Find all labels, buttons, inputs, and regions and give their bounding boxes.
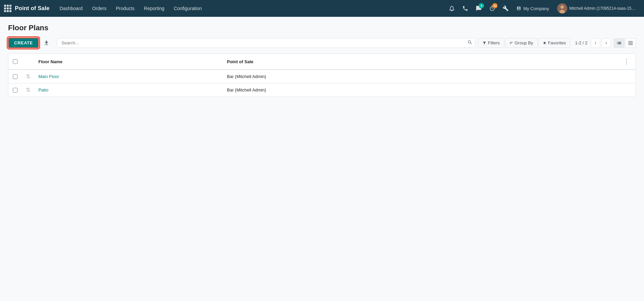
search-icon (467, 40, 473, 45)
action-bar: CREATE (8, 38, 636, 48)
row-1-checkbox[interactable] (13, 74, 18, 79)
chevron-right-icon (604, 41, 609, 45)
company-selector[interactable]: My Company (513, 6, 552, 11)
activity-icon-btn[interactable] (446, 2, 458, 14)
row-1-checkbox-cell (8, 70, 22, 83)
row-1-drag[interactable]: ⇅ (22, 70, 34, 83)
grid-view-button[interactable] (625, 38, 636, 48)
prev-page-button[interactable] (591, 38, 600, 48)
group-by-label: Group By (515, 40, 533, 45)
row-2-floor-name: Patio (34, 83, 223, 97)
search-wrapper (57, 38, 475, 48)
row-2-checkbox-cell (8, 83, 22, 97)
create-button[interactable]: CREATE (8, 38, 39, 48)
list-view-icon (616, 40, 622, 46)
select-all-header (8, 54, 22, 70)
company-name: My Company (523, 6, 549, 11)
table-row: ⇅ Patio Bar (Mitchell Admin) (8, 83, 636, 97)
table: Floor Name Point of Sale ⋮ ⇅ (8, 54, 636, 97)
navbar-brand[interactable]: Point of Sale (4, 5, 49, 12)
grid-view-icon (628, 40, 633, 46)
star-icon: ★ (543, 40, 547, 45)
favorites-button[interactable]: ★ Favorites (538, 38, 570, 48)
pagination-section: 1-2 / 2 (573, 38, 611, 48)
row-2-checkbox[interactable] (13, 88, 18, 92)
list-view-button[interactable] (614, 38, 624, 48)
user-name: Mitchell Admin (17095214-saas-15-1-all) (569, 6, 637, 11)
page-header: Floor Plans (8, 24, 636, 32)
top-right-section: Filters Group By ★ Favorites 1-2 / 2 (57, 38, 636, 48)
row-1-pos: Bar (Mitchell Admin) (223, 70, 617, 83)
nav-icons: 5 31 My Company (446, 2, 640, 14)
nav-item-dashboard[interactable]: Dashboard (55, 0, 88, 17)
row-2-drag[interactable]: ⇅ (22, 83, 34, 97)
download-button[interactable] (41, 39, 52, 47)
row-2-actions (617, 83, 636, 97)
nav-item-configuration[interactable]: Configuration (169, 0, 206, 17)
chat-badge: 5 (479, 3, 484, 8)
filter-actions: Filters Group By ★ Favorites (478, 38, 570, 48)
search-button[interactable] (467, 40, 473, 46)
column-options-button[interactable]: ⋮ (621, 57, 632, 66)
chevron-left-icon (593, 41, 598, 45)
floor-name-link[interactable]: Patio (38, 87, 48, 92)
nav-item-reporting[interactable]: Reporting (139, 0, 169, 17)
nav-item-products[interactable]: Products (111, 0, 139, 17)
filters-label: Filters (488, 40, 500, 45)
main-content: Floor Plans CREATE (0, 17, 644, 104)
user-menu[interactable]: Mitchell Admin (17095214-saas-15-1-all) (554, 3, 640, 13)
filter-icon (482, 41, 486, 45)
nav-menu: Dashboard Orders Products Reporting Conf… (55, 0, 446, 17)
apps-grid-icon[interactable] (4, 5, 11, 12)
nav-item-orders[interactable]: Orders (87, 0, 111, 17)
filters-button[interactable]: Filters (478, 38, 504, 48)
settings-icon-btn[interactable] (500, 2, 512, 14)
view-toggle (614, 38, 636, 48)
drag-handle-icon[interactable]: ⇅ (26, 87, 30, 93)
point-of-sale-header: Point of Sale (223, 54, 617, 70)
navbar: Point of Sale Dashboard Orders Products … (0, 0, 644, 17)
drag-handle-icon[interactable]: ⇅ (26, 73, 30, 80)
chat-icon-btn[interactable]: 5 (473, 2, 485, 14)
floor-name-header: Floor Name (34, 54, 223, 70)
table-row: ⇅ Main Floor Bar (Mitchell Admin) (8, 70, 636, 83)
page-title: Floor Plans (8, 24, 636, 32)
user-avatar (557, 3, 567, 13)
row-1-actions (617, 70, 636, 83)
floor-name-link[interactable]: Main Floor (38, 74, 59, 79)
row-2-pos: Bar (Mitchell Admin) (223, 83, 617, 97)
timer-icon-btn[interactable]: 31 (486, 2, 498, 14)
drag-header (22, 54, 34, 70)
favorites-label: Favorites (548, 40, 566, 45)
svg-point-1 (561, 5, 564, 9)
floor-plans-table: Floor Name Point of Sale ⋮ ⇅ (8, 53, 636, 97)
app-title: Point of Sale (15, 5, 49, 12)
group-by-icon (509, 41, 513, 45)
phone-icon-btn[interactable] (459, 2, 471, 14)
pagination-info: 1-2 / 2 (573, 40, 589, 45)
actions-header: ⋮ (617, 54, 636, 70)
row-1-floor-name: Main Floor (34, 70, 223, 83)
group-by-button[interactable]: Group By (505, 38, 538, 48)
table-header: Floor Name Point of Sale ⋮ (8, 54, 636, 70)
timer-badge: 31 (492, 3, 498, 8)
next-page-button[interactable] (602, 38, 611, 48)
select-all-checkbox[interactable] (13, 59, 18, 64)
download-icon (43, 40, 49, 46)
search-input[interactable] (57, 38, 475, 48)
table-body: ⇅ Main Floor Bar (Mitchell Admin) (8, 70, 636, 97)
